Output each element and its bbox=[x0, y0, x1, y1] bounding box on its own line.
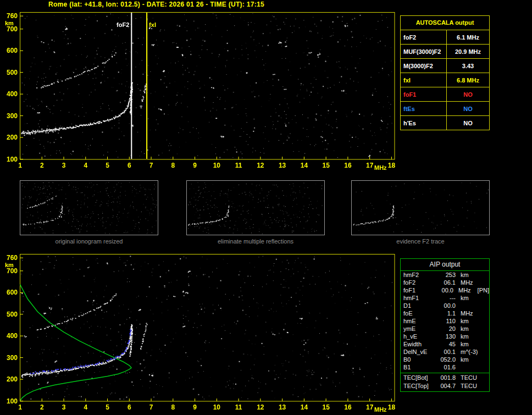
autoscala-row-foF1: foF1NO bbox=[401, 87, 489, 101]
aip-row-TEC-Top-: TEC[Top]004.7TECU bbox=[401, 382, 489, 390]
autoscala-row-M-3000-F2: M(3000)F23.43 bbox=[401, 58, 489, 73]
autoscala-table: AUTOSCALA output foF26.1 MHzMUF(3000)F22… bbox=[400, 15, 490, 130]
autoscala-row-fxI: fxI6.8 MHz bbox=[401, 73, 489, 87]
thumbnail-caption-evidence: evidence F2 trace bbox=[351, 238, 490, 245]
aip-row-Ewidth: Ewidth45km bbox=[401, 340, 489, 348]
thumbnail-eliminate-reflections-canvas bbox=[186, 180, 325, 235]
aip-row-B0: B0052.0km bbox=[401, 356, 489, 363]
aip-row-foF2: foF206.1MHz bbox=[401, 279, 489, 286]
thumbnail-evidence-f2-canvas bbox=[351, 180, 490, 235]
autoscala-rows: foF26.1 MHzMUF(3000)F220.9 MHzM(3000)F23… bbox=[401, 30, 489, 130]
aip-row-h-vE: h_vE130km bbox=[401, 333, 489, 340]
thumbnail-caption-eliminate: eliminate multiple reflections bbox=[186, 238, 325, 245]
aip-row-DelN-vE: DelN_vE00.1m^(-3) bbox=[401, 348, 489, 356]
aip-row-hmF1: hmF1---km bbox=[401, 294, 489, 302]
aip-rows: hmF2253kmfoF206.1MHzfoF100.0MHz[PN]hmF1-… bbox=[401, 271, 489, 390]
aip-row-foE: foE1.1MHz bbox=[401, 309, 489, 317]
aip-row-D1: D100.0 bbox=[401, 302, 489, 309]
aip-row-ymE: ymE20km bbox=[401, 325, 489, 333]
aip-table: AIP output hmF2253kmfoF206.1MHzfoF100.0M… bbox=[400, 258, 490, 392]
ionogram-bottom-canvas bbox=[0, 251, 398, 415]
aip-row-B1: B101.6 bbox=[401, 363, 489, 371]
autoscala-row-ftEs: ftEsNO bbox=[401, 101, 489, 115]
aip-row-foF1: foF100.0MHz[PN] bbox=[401, 286, 489, 294]
autoscala-row-MUF-3000-F2: MUF(3000)F220.9 MHz bbox=[401, 44, 489, 58]
thumbnail-caption-original: original ionogram resized bbox=[20, 238, 158, 245]
ionogram-top-canvas bbox=[0, 9, 398, 174]
autoscala-title: AUTOSCALA output bbox=[401, 16, 489, 30]
autoscala-row-h-Es: h'EsNO bbox=[401, 115, 489, 130]
station-title: Rome (lat: +41.8, lon: 012.5) - DATE: 20… bbox=[48, 1, 264, 8]
aip-row-TEC-Bot-: TEC[Bot]001.8TECU bbox=[401, 373, 489, 382]
aip-title: AIP output bbox=[401, 259, 489, 271]
thumbnail-original-ionogram-canvas bbox=[20, 180, 158, 235]
aip-row-hmF2: hmF2253km bbox=[401, 271, 489, 279]
aip-row-hmE: hmE110km bbox=[401, 317, 489, 325]
autoscala-row-foF2: foF26.1 MHz bbox=[401, 30, 489, 44]
